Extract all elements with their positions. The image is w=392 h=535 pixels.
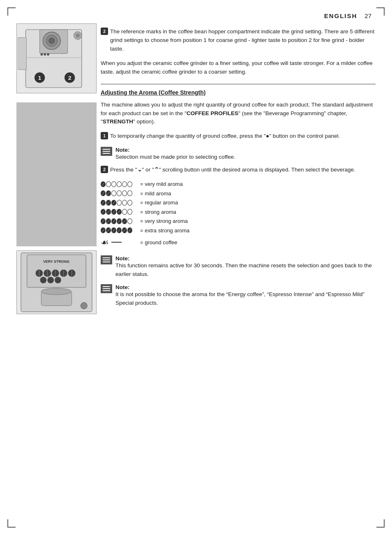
section2-step2-number: 2 bbox=[101, 166, 108, 173]
svg-point-29 bbox=[40, 277, 46, 283]
bean-filled bbox=[122, 227, 127, 233]
bean-filled bbox=[122, 218, 127, 224]
bean-filled bbox=[101, 181, 106, 187]
aroma-row-2: = mild aroma bbox=[101, 190, 376, 198]
bean-filled bbox=[117, 218, 122, 224]
note3-icon-line2 bbox=[103, 288, 110, 289]
corner-mark-bl bbox=[7, 519, 16, 528]
svg-rect-13 bbox=[18, 37, 26, 69]
aroma-label-6: = extra strong aroma bbox=[140, 227, 189, 235]
aroma-label-ground: = ground coffee bbox=[140, 239, 177, 247]
bean-empty bbox=[117, 181, 122, 187]
section-divider bbox=[101, 84, 376, 84]
note3-block: Note: It is not possible to choose the a… bbox=[101, 284, 376, 308]
note1-icon-line3 bbox=[103, 153, 110, 154]
section1-para1: When you adjust the ceramic coffee grind… bbox=[101, 59, 376, 76]
aroma-label-3: = regular aroma bbox=[140, 199, 178, 207]
bean-filled bbox=[106, 218, 111, 224]
note2-icon-line2 bbox=[103, 259, 110, 260]
section2-step1-block: 1 To temporarily change the quantity of … bbox=[101, 132, 376, 141]
bean-filled bbox=[106, 227, 111, 233]
bean-filled bbox=[127, 227, 132, 233]
note3-text: It is not possible to choose the aroma f… bbox=[115, 291, 364, 306]
note2-icon bbox=[101, 255, 112, 264]
bean-empty bbox=[117, 190, 122, 196]
bean-filled bbox=[106, 200, 111, 206]
bean-empty bbox=[127, 209, 132, 215]
note3-content: Note: It is not possible to choose the a… bbox=[115, 284, 376, 308]
note1-icon-line2 bbox=[103, 151, 110, 152]
svg-point-4 bbox=[49, 38, 55, 44]
note2-label: Note: bbox=[115, 255, 130, 262]
note2-icon-lines bbox=[103, 257, 110, 262]
note2-content: Note: This function remains active for 3… bbox=[115, 255, 376, 279]
aroma-icons-6 bbox=[101, 227, 138, 233]
aroma-icons-2 bbox=[101, 190, 138, 196]
page-header: ENGLISH 27 bbox=[0, 0, 392, 23]
bean-filled bbox=[101, 200, 106, 206]
svg-point-30 bbox=[47, 277, 54, 283]
svg-point-7 bbox=[47, 53, 49, 56]
aroma-label-1: = very mild aroma bbox=[140, 180, 183, 188]
bean-filled bbox=[111, 218, 116, 224]
section2-step1-number: 1 bbox=[101, 132, 108, 139]
svg-point-15 bbox=[76, 33, 80, 37]
ground-spoon-icon: ☙ bbox=[101, 236, 109, 249]
bean-empty bbox=[111, 190, 116, 196]
section2-intro: The machine allows you to adjust the rig… bbox=[101, 101, 376, 127]
note1-label: Note: bbox=[115, 147, 130, 153]
bean-empty bbox=[122, 200, 127, 206]
note3-icon bbox=[101, 284, 112, 293]
section2-step1-text: To temporarily change the quantity of gr… bbox=[110, 132, 340, 141]
bean-filled bbox=[111, 227, 116, 233]
note3-icon-line3 bbox=[103, 290, 110, 291]
bean-filled bbox=[106, 190, 111, 196]
corner-mark-br bbox=[376, 519, 385, 528]
aroma-label-5: = very strong aroma bbox=[140, 217, 188, 225]
aroma-row-4: = strong aroma bbox=[101, 208, 376, 216]
note1-block: Note: Selection must be made prior to se… bbox=[101, 146, 376, 162]
svg-point-33 bbox=[41, 288, 71, 295]
note2-icon-line1 bbox=[103, 257, 110, 258]
bean-empty bbox=[127, 181, 132, 187]
bean-empty bbox=[122, 209, 127, 215]
aroma-row-6: = extra strong aroma bbox=[101, 227, 376, 235]
section2-step2-block: 2 Press the "⌄" or "⌃" scrolling button … bbox=[101, 166, 376, 174]
note3-icon-lines bbox=[103, 286, 110, 291]
step2-text: The reference marks in the coffee bean h… bbox=[110, 28, 376, 53]
aroma-icons-5 bbox=[101, 218, 138, 224]
bean-filled bbox=[111, 209, 116, 215]
page-number: 27 bbox=[364, 12, 371, 19]
aroma-label-2: = mild aroma bbox=[140, 190, 171, 198]
corner-mark-tr bbox=[376, 7, 385, 16]
aroma-icons-1 bbox=[101, 181, 138, 187]
bean-filled bbox=[101, 190, 106, 196]
step2-block: 2 The reference marks in the coffee bean… bbox=[101, 28, 376, 53]
image-top: 1 2 bbox=[16, 23, 97, 93]
ground-line bbox=[111, 242, 122, 243]
main-layout: 1 2 VERY STR bbox=[0, 23, 392, 327]
section2-step2-text: Press the "⌄" or "⌃" scrolling button un… bbox=[110, 166, 355, 174]
note2-icon-line3 bbox=[103, 262, 110, 262]
section2-title: Adjusting the Aroma (Coffee Strength) bbox=[101, 89, 376, 96]
aroma-row-5: = very strong aroma bbox=[101, 217, 376, 225]
note2-block: Note: This function remains active for 3… bbox=[101, 255, 376, 279]
bean-empty bbox=[122, 181, 127, 187]
bean-empty bbox=[127, 190, 132, 196]
language-label: ENGLISH bbox=[324, 12, 357, 19]
svg-point-5 bbox=[40, 53, 43, 56]
bean-empty bbox=[106, 181, 111, 187]
left-panel: 1 2 VERY STR bbox=[16, 23, 97, 314]
bean-empty bbox=[127, 218, 132, 224]
gray-area bbox=[16, 102, 97, 246]
bean-empty bbox=[122, 190, 127, 196]
aroma-list: = very mild aroma = mild aroma bbox=[101, 180, 376, 249]
svg-text:VERY STRONG: VERY STRONG bbox=[43, 259, 69, 264]
aroma-icons-ground: ☙ bbox=[101, 236, 138, 249]
aroma-label-4: = strong aroma bbox=[140, 208, 176, 216]
bean-empty bbox=[127, 200, 132, 206]
svg-point-31 bbox=[55, 277, 61, 283]
svg-text:1: 1 bbox=[38, 74, 41, 81]
step2-number: 2 bbox=[101, 28, 108, 35]
note1-icon bbox=[101, 147, 112, 156]
